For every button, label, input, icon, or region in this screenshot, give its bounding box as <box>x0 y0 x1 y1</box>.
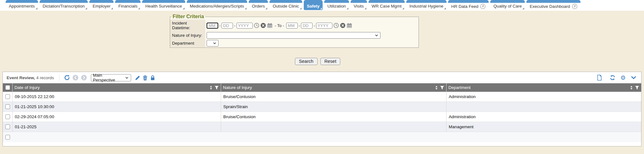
table-cell <box>221 132 446 142</box>
tab-employer[interactable]: Employer <box>89 0 114 10</box>
tab-label: WR Case Mgmt <box>372 4 402 8</box>
tab-label: Industrial Hygiene <box>409 4 443 8</box>
row-checkbox[interactable] <box>5 94 10 99</box>
to-day-input[interactable] <box>301 23 313 29</box>
filter-funnel-icon[interactable] <box>635 85 639 90</box>
tab-orders[interactable]: Orders <box>249 0 268 10</box>
new-record-row[interactable] <box>3 132 641 142</box>
to-year-input[interactable] <box>316 23 332 29</box>
reset-button[interactable]: Reset <box>320 58 341 65</box>
tab-dictation-transcription[interactable]: Dictation/Transcription <box>40 0 88 10</box>
table-cell <box>12 132 221 142</box>
tab-appointments[interactable]: Appointments <box>6 0 38 10</box>
tab-cap <box>269 0 302 3</box>
delete-trash-icon[interactable] <box>142 75 148 80</box>
date-separator: - <box>299 23 300 28</box>
table-cell: Administration <box>446 92 641 102</box>
nature-of-injury-row: Nature of Injury: <box>170 31 419 39</box>
tab-outside-clinic[interactable]: Outside Clinic <box>269 0 302 10</box>
tab-industrial-hygiene[interactable]: Industrial Hygiene <box>406 0 447 10</box>
department-select[interactable] <box>207 40 219 47</box>
tab-dropdown-fold-icon <box>364 8 366 9</box>
column-label: Department <box>448 85 628 90</box>
table-row[interactable]: 01-21-2025Management <box>3 122 641 132</box>
filter-funnel-icon[interactable] <box>440 85 444 90</box>
row-checkbox[interactable] <box>5 135 10 140</box>
sort-icon[interactable] <box>209 85 213 90</box>
lock-icon[interactable] <box>150 75 155 80</box>
column-header-date-of-injury[interactable]: Date of Injury <box>12 83 221 92</box>
tab-medications-allergies-scripts[interactable]: Medications/Allergies/Scripts <box>187 0 247 10</box>
refresh-icon[interactable] <box>609 74 616 81</box>
clear-date-icon[interactable] <box>260 23 266 28</box>
chevron-down-icon <box>375 33 379 37</box>
edit-pencil-icon[interactable] <box>135 75 140 80</box>
tab-label: Utilization <box>327 4 346 8</box>
perspective-select[interactable]: Main Perspective <box>91 74 131 81</box>
undo-icon[interactable] <box>64 74 70 81</box>
select-all-checkbox[interactable] <box>5 85 10 90</box>
tab-hr-data-feed[interactable]: HR Data Feed <box>448 0 489 11</box>
tab-safety[interactable]: Safety <box>304 0 323 10</box>
from-year-input[interactable] <box>236 23 253 29</box>
tab-label: Safety <box>307 4 320 8</box>
table-row[interactable]: 02-29-2024 07:05:00Bruise/ContusionAdmin… <box>3 112 641 122</box>
row-checkbox[interactable] <box>5 104 10 109</box>
tab-quality-of-care[interactable]: Quality of Care <box>490 0 525 10</box>
tab-health-surveillance[interactable]: Health Surveillance <box>142 0 185 10</box>
clear-date-icon[interactable] <box>340 23 346 28</box>
tab-cap <box>490 0 525 3</box>
date-separator: - <box>219 23 220 28</box>
tab-label: Executive Dashboard <box>530 4 570 9</box>
tab-label: Health Surveillance <box>145 4 182 8</box>
external-link-icon[interactable] <box>480 4 486 9</box>
column-label: Nature of Injury <box>223 85 433 90</box>
event-review-panel: Event Review, 4 records Main Perspective… <box>3 72 641 146</box>
calendar-icon[interactable] <box>267 23 273 28</box>
nature-of-injury-label: Nature of Injury: <box>170 31 205 39</box>
tab-cap <box>40 0 88 3</box>
table-cell <box>221 122 446 132</box>
tab-wr-case-mgmt[interactable]: WR Case Mgmt <box>369 0 405 10</box>
search-button[interactable]: Search <box>295 58 318 65</box>
grid-header: Date of Injury Nature of Injury Departme… <box>3 83 641 92</box>
tab-label: HR Data Feed <box>451 4 478 9</box>
calendar-icon[interactable] <box>347 23 352 28</box>
column-header-department[interactable]: Department <box>446 83 641 92</box>
perspective-value: Main Perspective <box>93 73 125 82</box>
chevron-down-icon[interactable] <box>630 74 637 81</box>
filter-criteria-legend: Filter Criteria <box>171 14 205 19</box>
tab-financials[interactable]: Financials <box>115 0 141 10</box>
tab-utilization[interactable]: Utilization <box>324 0 349 10</box>
tab-dropdown-fold-icon <box>265 8 267 9</box>
new-document-icon[interactable] <box>596 74 602 81</box>
from-day-input[interactable] <box>221 23 233 29</box>
to-month-input[interactable] <box>286 23 298 29</box>
tab-executive-dashboard[interactable]: Executive Dashboard <box>526 0 580 11</box>
table-cell: 01-21-2025 10:30:00 <box>12 102 221 112</box>
external-link-icon[interactable] <box>572 4 577 9</box>
sort-icon[interactable] <box>629 85 634 90</box>
tab-dropdown-fold-icon <box>300 8 302 9</box>
table-row[interactable]: 09-10-2015 22:12:00Bruise/ContusionAdmin… <box>3 92 641 102</box>
time-picker-icon[interactable] <box>333 23 339 28</box>
range-to-separator: - To - <box>275 23 284 28</box>
table-row[interactable]: 01-21-2025 10:30:00Sprain/Strain <box>3 102 641 112</box>
filter-funnel-icon[interactable] <box>214 85 219 90</box>
tab-cap <box>249 0 268 3</box>
tab-label: Quality of Care <box>493 4 522 8</box>
from-month-input[interactable] <box>207 23 218 29</box>
tab-dropdown-fold-icon <box>111 8 113 9</box>
tab-visits[interactable]: Visits <box>351 0 367 10</box>
date-separator: - <box>314 23 315 28</box>
row-checkbox[interactable] <box>5 124 10 129</box>
sort-icon[interactable] <box>434 85 439 90</box>
tab-label: Medications/Allergies/Scripts <box>190 4 244 8</box>
row-checkbox[interactable] <box>5 114 10 119</box>
column-header-nature-of-injury[interactable]: Nature of Injury <box>221 83 446 92</box>
time-picker-icon[interactable] <box>254 23 259 28</box>
nature-of-injury-select[interactable] <box>207 32 380 39</box>
gear-icon[interactable]: ⚙ <box>620 75 626 81</box>
panel-title: Event Review, <box>7 75 35 80</box>
table-cell: 09-10-2015 22:12:00 <box>12 92 221 102</box>
